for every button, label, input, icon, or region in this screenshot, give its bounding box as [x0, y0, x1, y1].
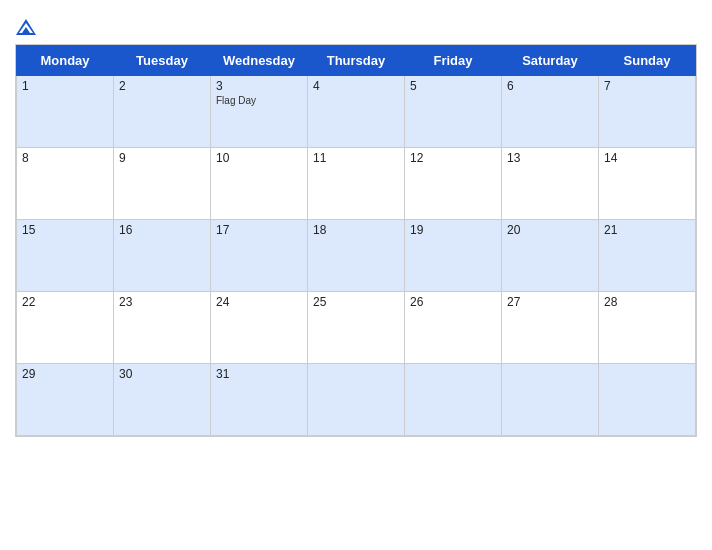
- calendar-day-8: 8: [17, 148, 114, 220]
- day-number: 31: [216, 367, 302, 381]
- calendar-day-26: 26: [405, 292, 502, 364]
- day-number: 5: [410, 79, 496, 93]
- calendar-week-4: 22232425262728: [17, 292, 696, 364]
- weekday-header-friday: Friday: [405, 46, 502, 76]
- day-number: 12: [410, 151, 496, 165]
- holiday-name: Flag Day: [216, 95, 302, 106]
- calendar-day-1: 1: [17, 76, 114, 148]
- calendar-day-7: 7: [599, 76, 696, 148]
- day-number: 3: [216, 79, 302, 93]
- day-number: 11: [313, 151, 399, 165]
- day-number: 25: [313, 295, 399, 309]
- calendar: MondayTuesdayWednesdayThursdayFridaySatu…: [15, 44, 697, 437]
- calendar-day-9: 9: [114, 148, 211, 220]
- day-number: 2: [119, 79, 205, 93]
- calendar-day-15: 15: [17, 220, 114, 292]
- calendar-day-empty: [405, 364, 502, 436]
- calendar-day-empty: [502, 364, 599, 436]
- calendar-day-empty: [308, 364, 405, 436]
- day-number: 26: [410, 295, 496, 309]
- calendar-day-3: 3Flag Day: [211, 76, 308, 148]
- calendar-day-29: 29: [17, 364, 114, 436]
- calendar-day-4: 4: [308, 76, 405, 148]
- day-number: 20: [507, 223, 593, 237]
- day-number: 17: [216, 223, 302, 237]
- day-number: 4: [313, 79, 399, 93]
- calendar-day-20: 20: [502, 220, 599, 292]
- calendar-day-22: 22: [17, 292, 114, 364]
- calendar-week-5: 293031: [17, 364, 696, 436]
- weekday-header-tuesday: Tuesday: [114, 46, 211, 76]
- day-number: 28: [604, 295, 690, 309]
- calendar-day-10: 10: [211, 148, 308, 220]
- day-number: 16: [119, 223, 205, 237]
- day-number: 9: [119, 151, 205, 165]
- weekday-header-saturday: Saturday: [502, 46, 599, 76]
- weekday-header-thursday: Thursday: [308, 46, 405, 76]
- day-number: 18: [313, 223, 399, 237]
- calendar-day-21: 21: [599, 220, 696, 292]
- day-number: 22: [22, 295, 108, 309]
- calendar-day-13: 13: [502, 148, 599, 220]
- calendar-week-1: 123Flag Day4567: [17, 76, 696, 148]
- logo-icon: [15, 18, 37, 36]
- calendar-day-19: 19: [405, 220, 502, 292]
- weekday-header-wednesday: Wednesday: [211, 46, 308, 76]
- day-number: 6: [507, 79, 593, 93]
- calendar-day-30: 30: [114, 364, 211, 436]
- calendar-day-2: 2: [114, 76, 211, 148]
- calendar-header: [15, 10, 697, 44]
- calendar-day-18: 18: [308, 220, 405, 292]
- logo: [15, 16, 41, 36]
- day-number: 30: [119, 367, 205, 381]
- calendar-day-27: 27: [502, 292, 599, 364]
- weekday-header-sunday: Sunday: [599, 46, 696, 76]
- calendar-day-23: 23: [114, 292, 211, 364]
- calendar-day-25: 25: [308, 292, 405, 364]
- day-number: 14: [604, 151, 690, 165]
- calendar-day-empty: [599, 364, 696, 436]
- day-number: 21: [604, 223, 690, 237]
- day-number: 19: [410, 223, 496, 237]
- calendar-day-14: 14: [599, 148, 696, 220]
- day-number: 24: [216, 295, 302, 309]
- day-number: 29: [22, 367, 108, 381]
- calendar-day-17: 17: [211, 220, 308, 292]
- calendar-week-2: 891011121314: [17, 148, 696, 220]
- calendar-day-24: 24: [211, 292, 308, 364]
- day-number: 27: [507, 295, 593, 309]
- day-number: 10: [216, 151, 302, 165]
- weekday-header-monday: Monday: [17, 46, 114, 76]
- calendar-day-16: 16: [114, 220, 211, 292]
- calendar-header-row: MondayTuesdayWednesdayThursdayFridaySatu…: [17, 46, 696, 76]
- day-number: 8: [22, 151, 108, 165]
- day-number: 15: [22, 223, 108, 237]
- calendar-week-3: 15161718192021: [17, 220, 696, 292]
- day-number: 13: [507, 151, 593, 165]
- calendar-day-5: 5: [405, 76, 502, 148]
- calendar-day-28: 28: [599, 292, 696, 364]
- day-number: 1: [22, 79, 108, 93]
- calendar-day-12: 12: [405, 148, 502, 220]
- calendar-day-31: 31: [211, 364, 308, 436]
- calendar-day-11: 11: [308, 148, 405, 220]
- calendar-day-6: 6: [502, 76, 599, 148]
- day-number: 7: [604, 79, 690, 93]
- day-number: 23: [119, 295, 205, 309]
